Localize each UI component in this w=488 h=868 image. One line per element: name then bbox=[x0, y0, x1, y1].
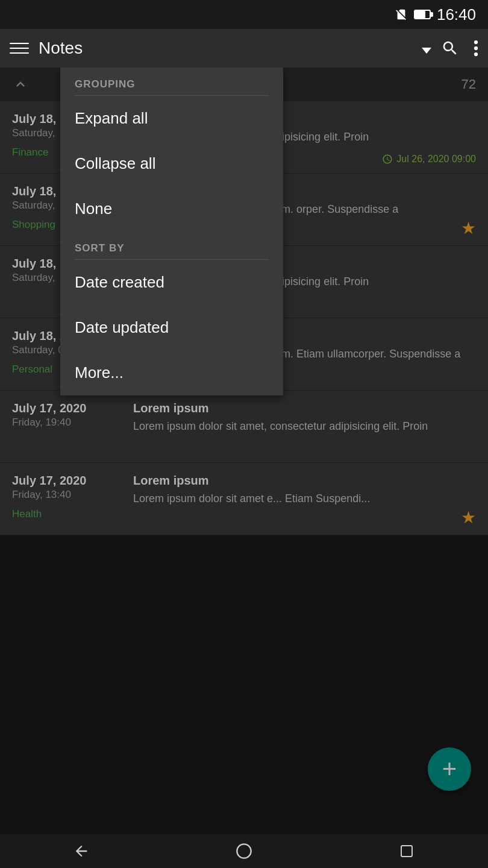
search-icon[interactable] bbox=[441, 39, 459, 57]
none-item[interactable]: None bbox=[60, 186, 283, 231]
home-button[interactable] bbox=[232, 839, 256, 863]
back-button[interactable] bbox=[69, 839, 93, 863]
hamburger-menu-button[interactable] bbox=[10, 39, 29, 58]
recent-apps-button[interactable] bbox=[395, 839, 419, 863]
content-area: 72 July 18, Saturday, Finance Lorem ipsu… bbox=[0, 68, 488, 834]
dropdown-menu: GROUPING Expand all Collapse all None SO… bbox=[60, 68, 283, 395]
app-title: Notes bbox=[39, 39, 417, 58]
more-item[interactable]: More... bbox=[60, 350, 283, 395]
title-dropdown-arrow[interactable] bbox=[422, 48, 431, 54]
svg-point-1 bbox=[474, 46, 478, 50]
nav-bar bbox=[0, 834, 488, 868]
expand-all-item[interactable]: Expand all bbox=[60, 96, 283, 141]
grouping-section-header: GROUPING bbox=[60, 68, 283, 95]
date-updated-item[interactable]: Date updated bbox=[60, 305, 283, 350]
no-sim-icon bbox=[395, 8, 408, 21]
battery-icon bbox=[414, 10, 431, 19]
status-bar: 16:40 bbox=[0, 0, 488, 29]
status-time: 16:40 bbox=[437, 5, 476, 24]
status-icons: 16:40 bbox=[395, 5, 476, 24]
svg-point-0 bbox=[474, 40, 478, 44]
collapse-all-item[interactable]: Collapse all bbox=[60, 141, 283, 186]
svg-rect-4 bbox=[401, 846, 412, 857]
date-created-item[interactable]: Date created bbox=[60, 260, 283, 305]
svg-point-2 bbox=[474, 52, 478, 56]
toolbar-actions bbox=[441, 39, 478, 57]
svg-point-3 bbox=[237, 844, 251, 858]
sort-by-section-header: SORT BY bbox=[60, 231, 283, 259]
more-options-icon[interactable] bbox=[474, 39, 478, 57]
toolbar: Notes bbox=[0, 29, 488, 68]
